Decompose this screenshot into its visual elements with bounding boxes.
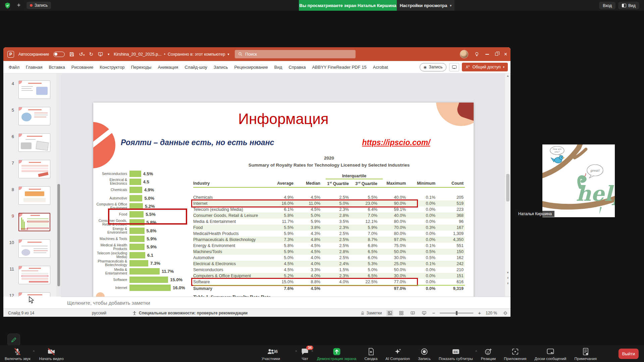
- user-avatar[interactable]: [460, 50, 468, 58]
- toolbar-camera-muted-button[interactable]: Начать видео: [39, 348, 64, 361]
- slide-thumbnail-8[interactable]: 8: [3, 186, 56, 210]
- thumbnail-preview[interactable]: [18, 107, 50, 125]
- next-slide-icon[interactable]: ⇟: [505, 282, 511, 285]
- redo-icon[interactable]: ↻: [89, 51, 94, 57]
- view-settings-dropdown[interactable]: Настройки просмотра▾: [397, 0, 454, 11]
- slide-thumbnail-7[interactable]: 7: [3, 160, 56, 183]
- ribbon-tab-рисование[interactable]: Рисование: [71, 65, 93, 70]
- toolbar-apps-button[interactable]: Приложения: [504, 348, 526, 361]
- toolbar-record-button[interactable]: Запись: [418, 348, 431, 361]
- thumbnail-preview[interactable]: [18, 186, 50, 205]
- chevron-up-icon[interactable]: ^: [312, 350, 313, 353]
- toolbar-share-screen-button[interactable]: Демонстрация экрана: [317, 348, 357, 361]
- chart-row: Media & Entertainment11.7%: [95, 267, 195, 276]
- slide-hyperlink[interactable]: https://ipscio.com/: [347, 138, 445, 147]
- toolbar-participants-button[interactable]: Участники136^: [262, 348, 293, 361]
- slide-thumbnail-11[interactable]: 11: [3, 266, 56, 289]
- recording-indicator[interactable]: Запись: [26, 2, 51, 9]
- slide-thumbnail-10[interactable]: 10: [3, 239, 56, 263]
- chevron-up-icon[interactable]: ^: [33, 350, 34, 353]
- thumbnail-preview[interactable]: [18, 213, 50, 231]
- ribbon-tab-вид[interactable]: Вид: [274, 65, 282, 70]
- lightbulb-icon[interactable]: [474, 52, 479, 57]
- quick-access-chevron-icon[interactable]: ▾: [108, 52, 109, 56]
- ribbon-tab-справка[interactable]: Справка: [288, 65, 306, 70]
- ribbon-tab-рецензирование[interactable]: Рецензирование: [234, 65, 268, 70]
- ribbon-tab-файл[interactable]: Файл: [9, 65, 19, 70]
- search-input[interactable]: Поиск: [235, 50, 356, 58]
- restore-button[interactable]: [495, 53, 498, 56]
- toolbar-whiteboards-button[interactable]: Доски сообщений: [535, 348, 567, 361]
- toolbar-mic-muted-button[interactable]: Включить звук^: [5, 348, 31, 361]
- slideshow-view-button[interactable]: [421, 310, 427, 316]
- ribbon-tab-слайд-шоу[interactable]: Слайд-шоу: [184, 65, 207, 70]
- sparkle-icon[interactable]: [16, 2, 22, 8]
- saved-status[interactable]: Сохранено в: этот компьютер: [168, 52, 225, 57]
- sign-in-button[interactable]: Вход: [599, 2, 615, 9]
- ribbon-tab-переходы[interactable]: Переходы: [131, 65, 151, 70]
- thumbnail-preview[interactable]: [18, 266, 50, 284]
- zoom-in-button[interactable]: +: [478, 310, 481, 316]
- ribbon-tab-главная[interactable]: Главная: [26, 65, 42, 70]
- view-button[interactable]: Вид: [618, 2, 639, 9]
- accessibility-status[interactable]: Специальные возможности: проверьте реком…: [139, 311, 248, 315]
- scrollbar-thumb[interactable]: [506, 174, 509, 201]
- previous-slide-icon[interactable]: ⇞: [505, 277, 511, 280]
- save-icon[interactable]: [69, 52, 74, 57]
- language-status[interactable]: русский: [92, 311, 132, 315]
- reading-view-button[interactable]: [409, 310, 416, 316]
- slide-thumbnail-9[interactable]: 9: [3, 213, 56, 236]
- ribbon-tab-запись[interactable]: Запись: [214, 65, 228, 70]
- ribbon-tab-конструктор[interactable]: Конструктор: [100, 65, 124, 70]
- slide-canvas[interactable]: Информация Роялти – данные есть, но есть…: [93, 103, 474, 317]
- slideshow-icon[interactable]: [98, 52, 103, 57]
- ribbon-record-button[interactable]: ◉ Запись: [420, 63, 447, 71]
- toolbar-ai-companion-button[interactable]: AI Companion: [385, 348, 410, 361]
- slide-thumbnail-5[interactable]: 5: [3, 107, 56, 130]
- toolbar-reactions-button[interactable]: Реакции: [481, 348, 496, 361]
- slide-thumbnail-4[interactable]: 4: [3, 80, 56, 104]
- ribbon-tab-abbyy-finereader-pdf-15[interactable]: ABBYY FineReader PDF 15: [312, 65, 366, 70]
- close-button[interactable]: ×: [504, 52, 507, 57]
- table-cell: 11.0%: [299, 200, 326, 206]
- ribbon-tab-вставка[interactable]: Вставка: [49, 65, 65, 70]
- scroll-up-icon[interactable]: ▲: [505, 74, 511, 77]
- toolbar-captions-button[interactable]: CCПоказать субтитры^: [439, 348, 473, 361]
- toolbar-chat-button[interactable]: 34Чат^: [301, 348, 309, 361]
- thumbnail-preview[interactable]: [18, 133, 50, 152]
- scroll-down-icon[interactable]: ▼: [505, 271, 511, 274]
- thumbnail-preview[interactable]: [18, 239, 50, 258]
- share-button[interactable]: Общий доступ ▾: [462, 63, 508, 71]
- slide-number-status[interactable]: Слайд 9 из 14: [8, 311, 92, 315]
- security-shield-icon[interactable]: [4, 2, 11, 9]
- slide-sorter-view-button[interactable]: [398, 310, 405, 316]
- toolbar-notes-button[interactable]: Примечания: [574, 348, 596, 361]
- undo-icon[interactable]: ↺▾: [79, 51, 85, 57]
- notes-pane[interactable]: Щелкните, чтобы добавить заметки: [61, 297, 511, 308]
- zoom-out-button[interactable]: −: [432, 310, 435, 316]
- ribbon-tab-анимация[interactable]: Анимация: [158, 65, 178, 70]
- comments-button[interactable]: [449, 63, 459, 71]
- zoom-slider[interactable]: [440, 313, 473, 313]
- leave-meeting-button[interactable]: Выйти: [619, 349, 639, 359]
- participant-video-tile[interactable]: how are you? great! help: [542, 144, 615, 217]
- notes-toggle[interactable]: Заметки: [360, 311, 382, 315]
- zoom-level[interactable]: 120 %: [486, 311, 497, 315]
- document-title[interactable]: Kirshina_20_02_2025.p...: [114, 52, 161, 57]
- annotate-pencil-button[interactable]: [7, 334, 20, 346]
- fit-to-window-button[interactable]: [502, 310, 508, 316]
- thumbnail-scrollbar[interactable]: [56, 73, 61, 297]
- chevron-up-icon[interactable]: ^: [296, 350, 297, 353]
- slide-scrollbar[interactable]: ▲ ▼ ⇞ ⇟: [505, 73, 511, 297]
- autosave-toggle[interactable]: [53, 52, 65, 57]
- slide-thumbnail-6[interactable]: 6: [3, 133, 56, 157]
- normal-view-button[interactable]: [386, 310, 393, 316]
- chevron-up-icon[interactable]: ^: [476, 350, 477, 353]
- toolbar-summary-button[interactable]: Сводка: [364, 348, 377, 361]
- ribbon-tab-acrobat[interactable]: Acrobat: [373, 65, 388, 70]
- zoom-slider-handle[interactable]: [456, 311, 458, 315]
- thumbnail-preview[interactable]: [18, 160, 50, 178]
- minimize-button[interactable]: [485, 54, 489, 55]
- toolbar-item-label: Включить звук: [5, 357, 31, 361]
- thumbnail-preview[interactable]: [18, 80, 50, 99]
